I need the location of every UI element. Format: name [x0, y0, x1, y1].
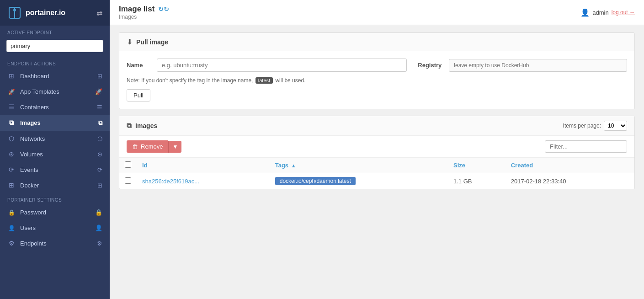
- sidebar-item-password[interactable]: Password 🔒: [0, 204, 110, 220]
- pull-form: Name Registry Note: If you don't specify…: [127, 59, 627, 101]
- select-all-checkbox[interactable]: [125, 161, 131, 168]
- note-suffix: will be used.: [275, 77, 305, 84]
- users-profile-icon: 👤: [95, 224, 102, 231]
- events-icon: [7, 166, 16, 173]
- logo-text: portainer.io: [26, 9, 65, 17]
- endpoint-select-wrapper: primary: [0, 37, 110, 57]
- sidebar-item-networks[interactable]: Networks ⬡: [0, 131, 110, 146]
- id-col-header[interactable]: Id: [137, 158, 270, 173]
- pull-image-body: Name Registry Note: If you don't specify…: [119, 51, 634, 109]
- row-checkbox-cell: [119, 173, 137, 189]
- pull-image-download-icon: ⬇: [127, 37, 133, 46]
- pull-button-row: Pull: [127, 89, 627, 101]
- top-bar-left: Image list ↻ Images: [119, 5, 169, 20]
- image-name-input[interactable]: [157, 59, 407, 72]
- networks-grid-icon: ⬡: [97, 135, 102, 142]
- logout-link[interactable]: log out →: [612, 9, 635, 16]
- breadcrumb: Images: [119, 14, 169, 20]
- portainer-logo-icon: [7, 5, 22, 20]
- sidebar-item-dashboard[interactable]: Dashboard ⊞: [0, 68, 110, 84]
- page-title-text: Image list: [119, 5, 154, 14]
- items-per-page-select[interactable]: 10 25 50 100: [604, 121, 627, 131]
- dashboard-icon: [7, 72, 16, 80]
- page-title: Image list ↻: [119, 5, 169, 14]
- sidebar-item-images[interactable]: Images ⧉: [0, 115, 110, 131]
- sidebar-item-password-label: Password: [20, 209, 46, 216]
- size-col-label: Size: [453, 162, 465, 169]
- sidebar-item-app-templates[interactable]: App Templates 🚀: [0, 84, 110, 99]
- pull-form-name-row: Name Registry: [127, 59, 627, 72]
- tags-col-label: Tags: [275, 162, 288, 169]
- sidebar-item-users[interactable]: Users 👤: [0, 220, 110, 235]
- pull-image-card-header: ⬇ Pull image: [119, 33, 634, 51]
- name-label: Name: [127, 62, 149, 69]
- endpoint-switch-icon[interactable]: ⇄: [96, 9, 102, 17]
- sidebar-item-dashboard-label: Dashboard: [20, 73, 49, 80]
- users-person-icon: [7, 224, 16, 231]
- row-checkbox[interactable]: [125, 177, 131, 184]
- admin-label: admin: [592, 9, 608, 16]
- sidebar-item-events-label: Events: [20, 166, 38, 173]
- templates-icon: [7, 88, 16, 95]
- volumes-cogs-icon: ⊛: [97, 151, 102, 158]
- remove-button-group: 🗑 Remove ▼: [127, 140, 181, 153]
- created-col-header[interactable]: Created: [506, 158, 634, 173]
- volumes-icon: [7, 150, 16, 158]
- row-tags-cell: docker.io/ceph/daemon:latest: [270, 173, 448, 189]
- images-table-header: ⧉ Images Items per page: 10 25 50 100: [119, 116, 634, 136]
- table-header-row: Id Tags ▲ Size Created: [119, 158, 634, 173]
- note-prefix: Note: If you don't specify the tag in th…: [127, 77, 253, 84]
- images-table-icon: ⧉: [127, 122, 132, 130]
- images-copy-icon: ⧉: [98, 119, 102, 127]
- endpoint-actions-label: ENDPOINT ACTIONS: [0, 57, 110, 68]
- pull-image-title: Pull image: [136, 38, 168, 46]
- main-content: Image list ↻ Images 👤 admin log out → ⬇ …: [110, 0, 644, 299]
- remove-button[interactable]: 🗑 Remove: [127, 140, 168, 153]
- containers-icon: [7, 103, 16, 111]
- tags-sort-arrow: ▲: [291, 163, 296, 168]
- images-table-title: ⧉ Images: [127, 122, 157, 130]
- dashboard-grid-icon: ⊞: [97, 73, 102, 80]
- size-col-header[interactable]: Size: [448, 158, 506, 173]
- sidebar-item-volumes-label: Volumes: [20, 151, 43, 158]
- items-per-page-label: Items per page:: [563, 123, 601, 129]
- endpoints-wrench-icon: [7, 240, 16, 247]
- top-bar-right: 👤 admin log out →: [580, 8, 635, 17]
- sidebar-item-endpoints[interactable]: Endpoints ⚙: [0, 235, 110, 251]
- table-head: Id Tags ▲ Size Created: [119, 158, 634, 173]
- row-id-cell: sha256:de25f619ac...: [137, 173, 270, 189]
- content-area: ⬇ Pull image Name Registry Note: If you …: [110, 25, 644, 197]
- remove-dropdown-button[interactable]: ▼: [168, 141, 181, 153]
- images-data-table: Id Tags ▲ Size Created: [119, 158, 634, 189]
- refresh-button[interactable]: ↻: [158, 5, 169, 13]
- items-per-page-control: Items per page: 10 25 50 100: [563, 121, 627, 131]
- sidebar-item-endpoints-label: Endpoints: [20, 240, 47, 247]
- select-all-col: [119, 158, 137, 173]
- endpoint-select[interactable]: primary: [6, 40, 103, 52]
- docker-icon: [7, 182, 16, 189]
- sidebar-item-events[interactable]: Events ⟳: [0, 162, 110, 177]
- networks-icon: [7, 135, 16, 142]
- sidebar-item-docker[interactable]: Docker ⊞: [0, 177, 110, 193]
- tags-col-header[interactable]: Tags ▲: [270, 158, 448, 173]
- sidebar-item-docker-label: Docker: [20, 182, 39, 189]
- sidebar-item-networks-label: Networks: [20, 135, 45, 142]
- image-tag-badge: docker.io/ceph/daemon:latest: [275, 177, 356, 185]
- endpoints-settings-icon: ⚙: [97, 240, 102, 247]
- sidebar-item-containers[interactable]: Containers ☰: [0, 99, 110, 115]
- sidebar-item-users-label: Users: [20, 224, 36, 231]
- sidebar: portainer.io ⇄ ACTIVE ENDPOINT primary E…: [0, 0, 110, 299]
- templates-rocket-icon: 🚀: [95, 88, 102, 95]
- sidebar-item-volumes[interactable]: Volumes ⊛: [0, 146, 110, 162]
- images-table-card: ⧉ Images Items per page: 10 25 50 100: [119, 116, 635, 189]
- filter-input[interactable]: [545, 140, 627, 153]
- registry-label: Registry: [414, 62, 442, 69]
- trash-icon: 🗑: [132, 143, 138, 150]
- pull-button[interactable]: Pull: [127, 89, 150, 101]
- image-id-link[interactable]: sha256:de25f619ac...: [142, 178, 199, 185]
- sidebar-logo: portainer.io ⇄: [0, 0, 110, 26]
- table-actions: 🗑 Remove ▼: [119, 136, 634, 158]
- password-lock-icon: [7, 208, 16, 216]
- registry-input[interactable]: [449, 59, 627, 72]
- events-history-icon: ⟳: [97, 166, 102, 173]
